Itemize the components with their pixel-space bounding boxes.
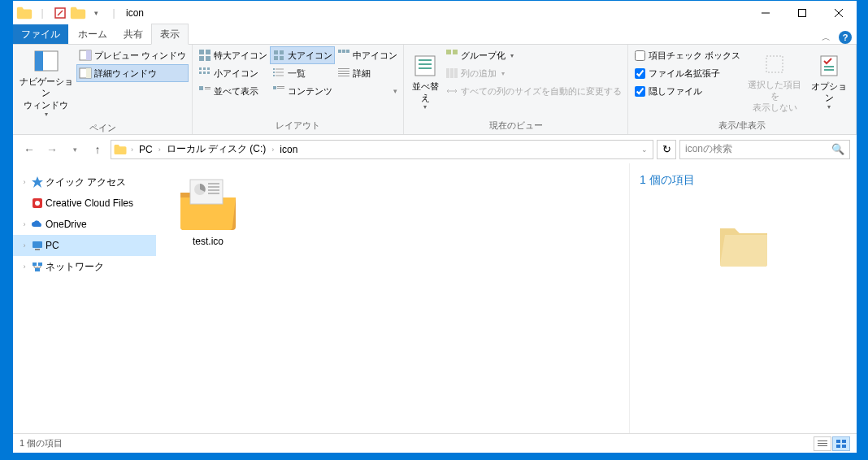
svg-rect-14 [206,56,210,61]
nav-onedrive-label: OneDrive [46,219,87,230]
svg-rect-70 [208,193,219,194]
nav-creative-label: Creative Cloud Files [46,197,133,209]
file-list[interactable]: test.ico [156,163,629,433]
svg-rect-15 [199,67,202,70]
svg-marker-57 [32,176,43,188]
forward-button[interactable]: → [42,140,62,159]
show-hide-group-label: 表示/非表示 [631,118,853,134]
svg-rect-71 [818,440,827,441]
item-checkboxes-toggle[interactable]: 項目チェック ボックス [631,46,744,64]
svg-rect-63 [38,263,42,266]
breadcrumb-box[interactable]: › PC › ローカル ディスク (C:) › icon ⌄ [111,140,653,159]
ribbon-collapse[interactable]: ︿ [822,32,831,44]
breadcrumb-chevron[interactable]: › [270,145,276,154]
hide-selected-button[interactable]: 選択した項目を 表示しない [744,46,806,118]
file-extensions-checkbox[interactable] [635,68,645,79]
svg-rect-74 [836,440,840,443]
nav-onedrive[interactable]: › OneDrive [13,214,156,235]
qat-sep2: | [105,4,123,22]
window-icon [15,4,33,22]
refresh-button[interactable]: ↻ [657,140,676,159]
nav-pc[interactable]: › PC [13,235,156,256]
svg-rect-68 [208,186,219,188]
layout-tiles[interactable]: 並べて表示 [196,82,270,100]
close-button[interactable] [820,1,857,25]
ribbon-view: ナビゲーション ウィンドウ ▾ プレビュー ウィンドウ 詳細ウィンドウ ペイン [13,45,857,135]
svg-rect-36 [277,88,284,89]
breadcrumb-folder[interactable]: icon [277,144,300,155]
navigation-pane-button[interactable]: ナビゲーション ウィンドウ ▾ [16,46,76,120]
current-view-group-label: 現在のビュー [407,118,624,134]
qat-properties[interactable] [51,4,69,22]
nav-quick-label: クイック アクセス [46,176,126,189]
svg-rect-44 [415,56,435,76]
file-extensions-toggle[interactable]: ファイル名拡張子 [631,64,744,82]
nav-network-label: ネットワーク [46,260,104,274]
svg-rect-50 [446,68,449,78]
svg-rect-47 [419,67,432,69]
tab-view[interactable]: 表示 [151,24,189,45]
svg-rect-43 [338,76,349,76]
nav-network[interactable]: › ネットワーク [13,256,156,277]
details-pane-button[interactable]: 詳細ウィンドウ [76,64,189,82]
svg-rect-41 [338,71,349,72]
minimize-button[interactable] [747,1,783,25]
svg-rect-12 [206,50,210,54]
tab-home[interactable]: ホーム [70,24,115,44]
svg-rect-24 [274,50,278,54]
help-icon[interactable]: ? [839,31,852,44]
tab-file[interactable]: ファイル [13,24,68,44]
layout-more[interactable]: ▾ [335,82,400,100]
add-columns-button[interactable]: 列の追加▾ [443,64,624,82]
svg-point-59 [35,201,40,206]
address-dropdown[interactable]: ⌄ [638,145,651,154]
svg-rect-33 [276,75,284,76]
layout-details[interactable]: 詳細 [335,64,400,82]
autosize-button[interactable]: すべての列のサイズを自動的に変更する [443,82,624,100]
explorer-window: | ▾ | icon ファイル ホーム 共有 表示 ︿ ? [12,0,857,453]
layout-large[interactable]: 大アイコン [270,46,335,64]
layout-extra-large[interactable]: 特大アイコン [196,46,270,64]
details-pane: 1 個の項目 [629,163,857,433]
svg-rect-42 [338,73,349,74]
svg-rect-13 [199,56,204,61]
nav-quick-access[interactable]: › クイック アクセス [13,171,156,193]
qat-new-folder[interactable] [69,4,87,22]
svg-rect-22 [205,87,210,88]
up-button[interactable]: ↑ [88,140,107,159]
layout-content[interactable]: コンテンツ [270,82,335,100]
breadcrumb-pc[interactable]: PC [137,144,155,155]
svg-rect-56 [824,69,834,71]
svg-rect-51 [450,68,454,78]
svg-rect-75 [842,440,846,443]
recent-dropdown[interactable]: ▾ [65,140,85,159]
svg-rect-28 [273,68,275,70]
search-box[interactable]: iconの検索 🔍 [679,140,850,159]
qat-dropdown[interactable]: ▾ [87,4,105,22]
item-checkboxes-checkbox[interactable] [635,50,645,61]
breadcrumb-chevron[interactable]: › [157,145,163,154]
breadcrumb-drive[interactable]: ローカル ディスク (C:) [164,142,269,156]
layout-small[interactable]: 小アイコン [196,64,270,82]
breadcrumb-chevron[interactable]: › [129,145,135,154]
status-bar: 1 個の項目 [13,433,857,453]
layout-medium[interactable]: 中アイコン [335,46,400,64]
nav-creative-cloud[interactable]: Creative Cloud Files [13,193,156,214]
back-button[interactable]: ← [20,140,39,159]
options-button[interactable]: オプション ▾ [806,46,853,118]
svg-rect-72 [818,443,827,444]
options-label: オプション [809,80,849,104]
file-item[interactable]: test.ico [164,171,252,250]
view-details-toggle[interactable] [814,436,831,451]
hidden-files-toggle[interactable]: 隠しファイル [631,82,744,100]
view-icons-toggle[interactable] [832,436,850,451]
sort-label: 並べ替え [410,80,440,104]
hidden-files-checkbox[interactable] [635,86,645,97]
preview-pane-button[interactable]: プレビュー ウィンドウ [76,46,189,64]
group-by-button[interactable]: グループ化▾ [443,46,624,64]
maximize-button[interactable] [783,1,820,25]
tab-share[interactable]: 共有 [115,24,151,44]
sort-by-button[interactable]: 並べ替え ▾ [407,46,443,118]
svg-rect-38 [342,50,345,53]
layout-list[interactable]: 一覧 [270,64,335,82]
